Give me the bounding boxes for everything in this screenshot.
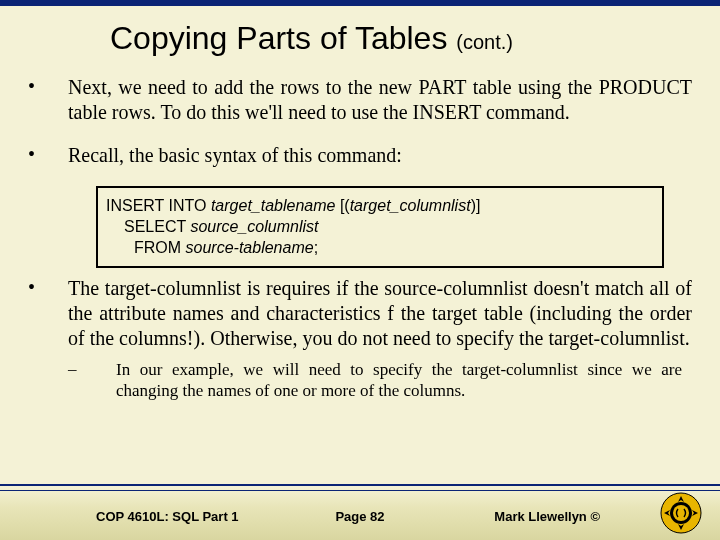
bullet-item: • Next, we need to add the rows to the n… [28, 75, 692, 125]
param-source-cols: source_columnlist [190, 218, 318, 235]
ucf-logo-icon [660, 492, 702, 534]
footer-inner: COP 4610L: SQL Part 1 Page 82 Mark Llewe… [0, 490, 720, 540]
title-cont: (cont.) [456, 31, 513, 53]
bracket-open: [( [335, 197, 349, 214]
footer-course: COP 4610L: SQL Part 1 [96, 509, 239, 524]
slide-title: Copying Parts of Tables (cont.) [110, 20, 720, 57]
top-border [0, 0, 720, 6]
footer-bar: COP 4610L: SQL Part 1 Page 82 Mark Llewe… [0, 484, 720, 540]
param-source-table: source-tablename [186, 239, 314, 256]
keyword-insert: INSERT INTO [106, 197, 211, 214]
sub-bullet-item: – In our example, we will need to specif… [68, 359, 692, 402]
bullet-dot: • [28, 75, 68, 97]
keyword-select: SELECT [124, 218, 190, 235]
param-target-table: target_tablename [211, 197, 336, 214]
param-target-cols: target_columnlist [350, 197, 471, 214]
bullet-text: Recall, the basic syntax of this command… [68, 143, 692, 168]
content-area: • Next, we need to add the rows to the n… [0, 75, 720, 402]
bullet-dot: • [28, 143, 68, 165]
syntax-line-insert: INSERT INTO target_tablename [(target_co… [106, 197, 654, 215]
title-main: Copying Parts of Tables [110, 20, 447, 56]
semicolon: ; [314, 239, 318, 256]
svg-point-2 [673, 505, 689, 521]
bullet-text: The target-columnlist is requires if the… [68, 276, 692, 351]
sub-bullet-text: In our example, we will need to specify … [116, 359, 692, 402]
bracket-close: )] [471, 197, 481, 214]
syntax-line-from: FROM source-tablename; [134, 239, 654, 257]
bullet-text: Next, we need to add the rows to the new… [68, 75, 692, 125]
bullet-dot: • [28, 276, 68, 298]
syntax-line-select: SELECT source_columnlist [124, 218, 654, 236]
syntax-box: INSERT INTO target_tablename [(target_co… [96, 186, 664, 268]
bullet-item: • The target-columnlist is requires if t… [28, 276, 692, 351]
footer-author: Mark Llewellyn © [494, 509, 600, 524]
bullet-item: • Recall, the basic syntax of this comma… [28, 143, 692, 168]
sub-bullet-dash: – [68, 359, 116, 379]
keyword-from: FROM [134, 239, 186, 256]
